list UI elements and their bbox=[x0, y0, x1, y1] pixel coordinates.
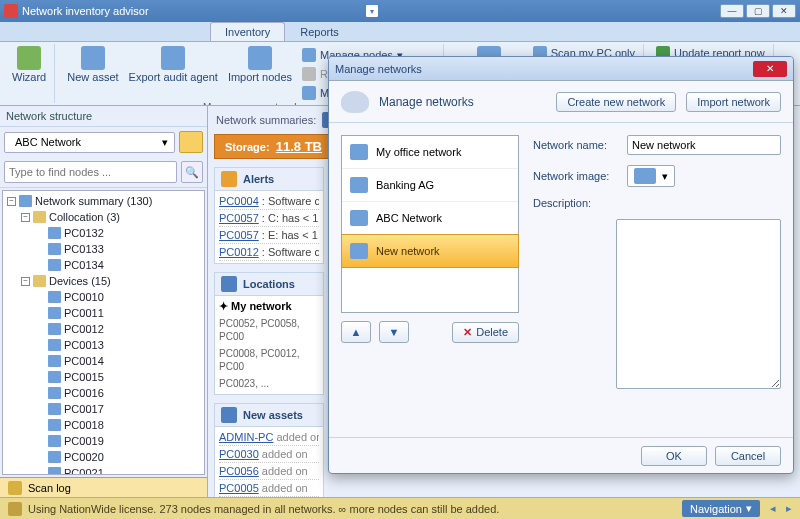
tree-row[interactable]: PC0021 bbox=[3, 465, 204, 475]
title-dropdown-icon[interactable]: ▾ bbox=[366, 5, 378, 17]
tree-row[interactable]: PC0020 bbox=[3, 449, 204, 465]
chevron-down-icon: ▾ bbox=[662, 170, 668, 183]
search-icon: 🔍 bbox=[185, 166, 199, 179]
pc-icon bbox=[48, 451, 61, 463]
tree-row[interactable]: −Collocation (3) bbox=[3, 209, 204, 225]
create-network-button[interactable]: Create new network bbox=[556, 92, 676, 112]
move-up-button[interactable]: ▲ bbox=[341, 321, 371, 343]
storage-value[interactable]: 11.8 TB bbox=[276, 139, 322, 154]
asset-text: added on bbox=[262, 482, 308, 494]
import-nodes-label: Import nodes bbox=[228, 72, 292, 84]
delete-network-button[interactable]: ✕Delete bbox=[452, 322, 519, 343]
network-list-item[interactable]: ABC Network bbox=[342, 202, 518, 235]
import-network-button[interactable]: Import network bbox=[686, 92, 781, 112]
export-audit-agent-button[interactable]: Export audit agent bbox=[125, 44, 222, 102]
alert-link[interactable]: PC0012 bbox=[219, 246, 259, 258]
tree-row[interactable]: PC0134 bbox=[3, 257, 204, 273]
asset-link[interactable]: ADMIN-PC bbox=[219, 431, 273, 443]
tree-row[interactable]: PC0017 bbox=[3, 401, 204, 417]
manage-nodes-icon bbox=[302, 48, 316, 62]
dialog-title: Manage networks bbox=[335, 63, 753, 75]
tree-toggle[interactable]: − bbox=[21, 213, 30, 222]
license-icon bbox=[8, 502, 22, 516]
import-nodes-button[interactable]: Import nodes bbox=[224, 44, 296, 102]
tree-toggle[interactable]: − bbox=[7, 197, 16, 206]
network-list[interactable]: My office networkBanking AGABC NetworkNe… bbox=[341, 135, 519, 313]
tree-label: PC0018 bbox=[64, 419, 104, 431]
pc-icon bbox=[48, 291, 61, 303]
network-highlight-button[interactable] bbox=[179, 131, 203, 153]
tree[interactable]: −Network summary (130)−Collocation (3)PC… bbox=[2, 190, 205, 475]
tree-row[interactable]: PC0012 bbox=[3, 321, 204, 337]
location-item[interactable]: ✦ My network bbox=[219, 298, 319, 315]
asset-link[interactable]: PC0056 bbox=[219, 465, 259, 477]
tree-row[interactable]: PC0016 bbox=[3, 385, 204, 401]
network-image-select[interactable]: ▾ bbox=[627, 165, 675, 187]
ok-button[interactable]: OK bbox=[641, 446, 707, 466]
pc-icon bbox=[48, 259, 61, 271]
network-item-icon bbox=[350, 210, 368, 226]
cancel-button[interactable]: Cancel bbox=[715, 446, 781, 466]
maximize-button[interactable]: ▢ bbox=[746, 4, 770, 18]
tree-row[interactable]: PC0019 bbox=[3, 433, 204, 449]
tree-row[interactable]: PC0010 bbox=[3, 289, 204, 305]
tree-label: PC0021 bbox=[64, 467, 104, 475]
tree-row[interactable]: PC0013 bbox=[3, 337, 204, 353]
search-input[interactable] bbox=[4, 161, 177, 183]
tree-row[interactable]: PC0133 bbox=[3, 241, 204, 257]
network-list-item[interactable]: My office network bbox=[342, 136, 518, 169]
alert-row: PC0057 : C: has < 1 bbox=[219, 210, 319, 227]
pc-icon bbox=[48, 371, 61, 383]
asset-link[interactable]: PC0005 bbox=[219, 482, 259, 494]
alert-link[interactable]: PC0004 bbox=[219, 195, 259, 207]
chevron-right-icon[interactable]: ▸ bbox=[786, 502, 792, 515]
tree-row[interactable]: PC0015 bbox=[3, 369, 204, 385]
tree-toggle[interactable]: − bbox=[21, 277, 30, 286]
alert-link[interactable]: PC0057 bbox=[219, 212, 259, 224]
network-name-input[interactable] bbox=[627, 135, 781, 155]
close-window-button[interactable]: ✕ bbox=[772, 4, 796, 18]
navigation-menu-button[interactable]: Navigation ▾ bbox=[682, 500, 760, 517]
tab-inventory[interactable]: Inventory bbox=[210, 22, 285, 41]
alert-link[interactable]: PC0057 bbox=[219, 229, 259, 241]
move-down-button[interactable]: ▼ bbox=[379, 321, 409, 343]
search-button[interactable]: 🔍 bbox=[181, 161, 203, 183]
status-text: Using NationWide license. 273 nodes mana… bbox=[28, 503, 499, 515]
new-asset-label: New asset bbox=[67, 72, 118, 84]
tree-label: Collocation (3) bbox=[49, 211, 120, 223]
tree-row[interactable]: −Devices (15) bbox=[3, 273, 204, 289]
description-input[interactable] bbox=[616, 219, 781, 389]
storage-label: Storage: bbox=[225, 141, 270, 153]
ribbon-tabs: Inventory Reports bbox=[0, 22, 800, 42]
tree-row[interactable]: −Network summary (130) bbox=[3, 193, 204, 209]
asset-row: PC0056 added on bbox=[219, 463, 319, 480]
asset-link[interactable]: PC0030 bbox=[219, 448, 259, 460]
alerts-title: Alerts bbox=[243, 173, 274, 185]
tree-label: PC0016 bbox=[64, 387, 104, 399]
dialog-title-bar[interactable]: Manage networks ✕ bbox=[329, 57, 793, 81]
locations-title: Locations bbox=[243, 278, 295, 290]
pc-icon bbox=[48, 307, 61, 319]
tree-row[interactable]: PC0132 bbox=[3, 225, 204, 241]
network-select-label: ABC Network bbox=[15, 136, 81, 148]
dialog-heading: Manage networks bbox=[379, 95, 546, 109]
chevron-left-icon[interactable]: ◂ bbox=[766, 502, 780, 515]
network-select[interactable]: ABC Network ▾ bbox=[4, 132, 175, 153]
tree-label: PC0133 bbox=[64, 243, 104, 255]
wizard-button[interactable]: Wizard bbox=[8, 44, 50, 86]
tab-reports[interactable]: Reports bbox=[285, 22, 354, 41]
dialog-close-button[interactable]: ✕ bbox=[753, 61, 787, 77]
tree-row[interactable]: PC0014 bbox=[3, 353, 204, 369]
tree-label: PC0011 bbox=[64, 307, 104, 319]
new-asset-button[interactable]: New asset bbox=[63, 44, 122, 102]
folder-icon bbox=[33, 275, 46, 287]
network-list-item[interactable]: Banking AG bbox=[342, 169, 518, 202]
navigation-label: Navigation bbox=[690, 503, 742, 515]
minimize-button[interactable]: — bbox=[720, 4, 744, 18]
pc-icon bbox=[48, 323, 61, 335]
export-agent-icon bbox=[161, 46, 185, 70]
network-list-item[interactable]: New network bbox=[341, 234, 519, 268]
tree-row[interactable]: PC0018 bbox=[3, 417, 204, 433]
scan-log-bar[interactable]: Scan log bbox=[0, 477, 207, 497]
tree-row[interactable]: PC0011 bbox=[3, 305, 204, 321]
